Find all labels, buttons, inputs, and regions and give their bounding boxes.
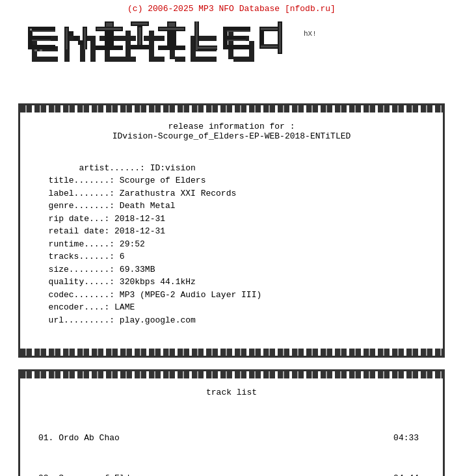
release-info-block: artist......: ID:vision title.......: Sc… <box>38 149 425 339</box>
svg-rect-143 <box>159 28 184 30</box>
svg-rect-146 <box>196 21 198 50</box>
svg-rect-124 <box>66 28 68 49</box>
track-row: 01. Ordo Ab Chao 04:33 <box>38 432 425 445</box>
tracklist-section-title: track list <box>38 388 425 397</box>
svg-rect-159 <box>279 23 281 53</box>
release-bottom-bar <box>18 349 445 358</box>
svg-rect-111 <box>28 27 55 31</box>
svg-rect-122 <box>78 40 83 45</box>
svg-rect-131 <box>97 28 122 30</box>
svg-rect-136 <box>132 23 148 25</box>
svg-rect-130 <box>106 23 112 27</box>
tracklist-top-bar <box>18 369 445 378</box>
tracklist-block: 01. Ordo Ab Chao 04:33 02. Scourge of El… <box>38 405 425 477</box>
release-top-bar <box>18 103 445 112</box>
tracklist-section: track list 01. Ordo Ab Chao 04:33 02. Sc… <box>0 369 463 477</box>
svg-rect-152 <box>223 45 250 49</box>
svg-rect-134 <box>131 45 149 49</box>
svg-rect-160 <box>261 28 278 30</box>
svg-rect-154 <box>227 40 246 41</box>
track-row: 02. Scourge of Elders 04:44 <box>38 472 425 476</box>
svg-rect-151 <box>223 40 228 45</box>
svg-rect-118 <box>30 29 32 31</box>
tracklist-panel: track list 01. Ordo Ab Chao 04:33 02. Sc… <box>18 378 445 477</box>
svg-rect-113 <box>28 36 51 40</box>
svg-rect-116 <box>32 31 55 32</box>
svg-rect-148 <box>223 27 250 31</box>
svg-rect-150 <box>223 36 246 40</box>
svg-rect-161 <box>261 46 278 47</box>
svg-rect-137 <box>139 27 141 45</box>
svg-rect-147 <box>196 47 217 49</box>
release-section: release information for : IDvision-Scour… <box>0 103 463 358</box>
logo-text-svg: .px { fill: #1a1a1a; } .px2 { fill: #444… <box>20 21 443 94</box>
svg-rect-114 <box>28 40 33 45</box>
release-info-text: artist......: ID:vision title.......: Sc… <box>38 163 261 325</box>
logo-area: .px { fill: #1a1a1a; } .px2 { fill: #444… <box>0 16 463 103</box>
svg-rect-153 <box>227 31 250 32</box>
svg-rect-125 <box>84 28 86 49</box>
svg-text:hX!: hX! <box>304 30 317 38</box>
release-panel: release information for : IDvision-Scour… <box>18 112 445 349</box>
svg-rect-115 <box>28 45 55 49</box>
svg-rect-149 <box>223 31 228 36</box>
release-section-title: release information for : IDvision-Scour… <box>38 122 425 141</box>
svg-rect-112 <box>28 31 33 36</box>
copyright-text: (c) 2006-2025 MP3 NFO Database [nfodb.ru… <box>0 0 463 16</box>
svg-rect-120 <box>69 31 73 36</box>
svg-rect-141 <box>158 46 185 50</box>
svg-rect-129 <box>96 46 123 50</box>
svg-rect-157 <box>259 31 264 44</box>
svg-rect-142 <box>168 23 175 27</box>
svg-rect-121 <box>73 36 78 40</box>
svg-rect-117 <box>32 40 51 41</box>
